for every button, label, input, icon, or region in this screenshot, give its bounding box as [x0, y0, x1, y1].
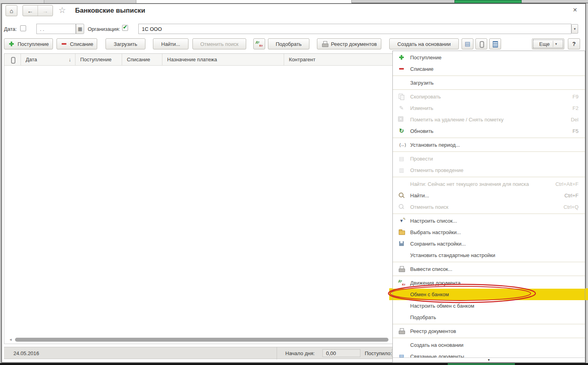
background-green-bar [454, 0, 522, 3]
organization-input[interactable]: 1С ООО [138, 24, 571, 34]
menu-separator [393, 151, 585, 152]
document-registry-button[interactable]: Реестр документов [317, 38, 381, 49]
menu-item[interactable]: Списание [393, 63, 585, 75]
save-gear-icon [398, 240, 405, 247]
paperclip-icon [478, 41, 485, 47]
background-strip-right [586, 3, 588, 363]
organization-dropdown-button[interactable]: ▾ [571, 24, 578, 34]
attachment-icon-button[interactable] [475, 38, 487, 49]
menu-item-label: Движения документа [410, 280, 460, 286]
attachment-column-header[interactable] [4, 54, 21, 65]
copy-icon [398, 93, 405, 100]
menu-item[interactable]: (↔)Установить период... [393, 139, 585, 151]
more-menu: ПоступлениеСписаниеЗагрузитьСкопироватьF… [392, 51, 585, 363]
back-button[interactable]: ← [23, 6, 38, 16]
menu-item-label: Найти: Сейчас нет текущего значения для … [410, 181, 529, 187]
menu-item[interactable]: ↻ОбновитьF5 [393, 125, 585, 137]
writeoff-button[interactable]: Списание [57, 38, 97, 49]
search-cancel-icon [398, 204, 405, 210]
menu-item[interactable]: ДтКтДвижения документа [393, 277, 585, 289]
payment-purpose-column-header[interactable]: Назначение платежа [162, 54, 284, 65]
menu-item[interactable]: Найти...Ctrl+F [393, 190, 585, 201]
list-icon [492, 41, 499, 47]
post-icon: ▤ [398, 155, 405, 162]
date-label: Дата: [4, 26, 17, 32]
forward-button[interactable]: → [38, 6, 53, 16]
column-label: Списание [127, 57, 150, 62]
menu-item: ✕Пометить на удаление / Снять пометкуDel [393, 114, 585, 125]
printer-icon [398, 266, 405, 272]
menu-item-label: Обновить [410, 128, 433, 134]
menu-item[interactable]: Подобрать [393, 312, 585, 323]
calendar-button[interactable]: ▦ [76, 24, 84, 34]
organization-checkbox[interactable] [122, 25, 128, 31]
menu-item[interactable]: Установить стандартные настройки [393, 250, 585, 261]
received-label: Поступило: [365, 350, 392, 356]
screen: ⌂ ← → ☆ Банковские выписки ✕ Дата: . . ▦… [0, 0, 588, 365]
menu-item[interactable]: Сохранить настройки... [393, 238, 585, 250]
list-icon-button[interactable] [489, 38, 501, 49]
button-label: Поступление [17, 41, 49, 47]
menu-item: ▤Провести [393, 153, 585, 165]
menu-item-shortcut: Ctrl+Alt+F [550, 181, 579, 187]
load-button[interactable]: Загрузить [106, 38, 145, 49]
menu-separator [393, 324, 585, 324]
menu-item-label: Отменить поиск [410, 204, 449, 210]
close-button[interactable]: ✕ [571, 6, 579, 14]
date-checkbox[interactable] [20, 25, 26, 31]
menu-item-exchange-with-bank[interactable]: Обмен с банком [393, 289, 585, 300]
navigation-buttons: ← → [23, 5, 53, 16]
document-icon-button[interactable]: ▤ [462, 38, 473, 49]
sort-descending-icon: ↓ [69, 57, 72, 62]
date-column-header[interactable]: Дата↓ [21, 54, 75, 65]
debit-credit-button[interactable]: ДтКт [253, 38, 265, 49]
button-label: Создать на основании [398, 41, 451, 47]
menu-item-label: Загрузить [410, 80, 433, 86]
help-button-label: ? [572, 41, 576, 47]
menu-item[interactable]: Реестр документов [393, 325, 585, 337]
menu-item: СкопироватьF9 [393, 91, 585, 102]
column-label: Дата [26, 57, 37, 62]
menu-item: ▥Отменить проведение [393, 165, 585, 176]
favorite-star-icon[interactable]: ☆ [58, 6, 66, 15]
unpost-icon: ▥ [398, 167, 405, 173]
cancel-search-button[interactable]: Отменить поиск [192, 38, 246, 49]
horizontal-scrollbar-thumb[interactable] [15, 338, 388, 342]
dtkt-icon: ДтКт [255, 41, 263, 47]
menu-item-label: Найти... [410, 193, 429, 199]
printer-icon [398, 328, 405, 334]
minus-icon [60, 41, 68, 47]
folder-gear-icon [398, 229, 405, 235]
menu-item-label: Списание [410, 66, 433, 72]
menu-item[interactable]: ▼Настроить список... [393, 215, 585, 227]
menu-item[interactable]: Выбрать настройки... [393, 227, 585, 238]
back-arrow-icon: ← [23, 8, 38, 14]
create-based-on-button[interactable]: Создать на основании [389, 38, 459, 49]
menu-item[interactable]: Создать на основании [393, 339, 585, 351]
home-button[interactable]: ⌂ [6, 5, 17, 16]
receipt-column-header[interactable]: Поступление [75, 54, 122, 65]
menu-item[interactable]: Вывести список... [393, 263, 585, 275]
menu-item-label: Изменить [410, 105, 433, 111]
select-button[interactable]: Подобрать [268, 38, 309, 49]
button-label: Найти... [161, 41, 180, 47]
refresh-icon: ↻ [398, 128, 405, 134]
home-icon: ⌂ [9, 8, 13, 14]
background-tab [44, 0, 136, 3]
period-icon: (↔) [398, 142, 407, 148]
date-input[interactable]: . . [36, 24, 76, 34]
menu-item[interactable]: Поступление [393, 52, 585, 63]
menu-item-shortcut: F2 [568, 105, 579, 111]
writeoff-column-header[interactable]: Списание [122, 54, 162, 65]
scrollbar-left-arrow[interactable]: ◂ [9, 337, 12, 342]
menu-scroll-down-arrow[interactable]: ▼ [393, 357, 585, 362]
doc-lines-icon: ▤ [464, 41, 471, 47]
receipt-button[interactable]: Поступление [4, 38, 53, 49]
help-button[interactable]: ? [568, 38, 580, 49]
find-button[interactable]: Найти... [153, 38, 188, 49]
more-button[interactable]: Еще ▾ [532, 38, 564, 49]
delete-mark-icon: ✕ [398, 116, 403, 122]
menu-item[interactable]: Настроить обмен с банком [393, 300, 585, 312]
menu-item[interactable]: Загрузить [393, 77, 585, 89]
menu-item-label: Выбрать настройки... [410, 229, 461, 235]
